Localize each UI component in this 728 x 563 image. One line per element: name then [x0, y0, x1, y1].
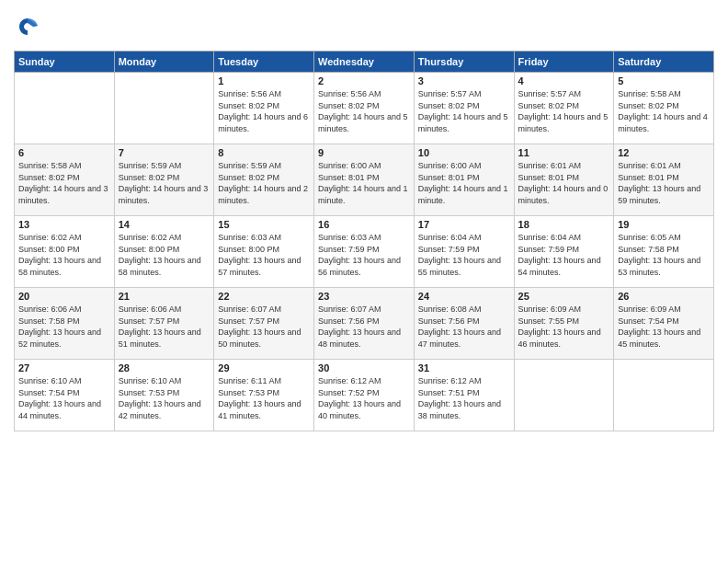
calendar-week-row: 1Sunrise: 5:56 AM Sunset: 8:02 PM Daylig…: [15, 73, 714, 144]
calendar-cell: 3Sunrise: 5:57 AM Sunset: 8:02 PM Daylig…: [414, 73, 514, 144]
day-number: 27: [18, 362, 110, 373]
calendar-cell: 20Sunrise: 6:06 AM Sunset: 7:58 PM Dayli…: [15, 288, 115, 360]
day-number: 29: [218, 362, 310, 373]
calendar-cell: 12Sunrise: 6:01 AM Sunset: 8:01 PM Dayli…: [614, 144, 714, 216]
calendar-cell: 6Sunrise: 5:58 AM Sunset: 8:02 PM Daylig…: [15, 144, 115, 216]
calendar-header-thursday: Thursday: [414, 52, 514, 73]
day-info: Sunrise: 6:01 AM Sunset: 8:01 PM Dayligh…: [618, 160, 710, 206]
day-number: 24: [418, 291, 510, 302]
calendar-cell: 19Sunrise: 6:05 AM Sunset: 7:58 PM Dayli…: [614, 216, 714, 288]
calendar-cell: 8Sunrise: 5:59 AM Sunset: 8:02 PM Daylig…: [214, 144, 314, 216]
day-number: 16: [318, 219, 410, 230]
calendar-cell: [614, 360, 714, 431]
calendar-cell: 17Sunrise: 6:04 AM Sunset: 7:59 PM Dayli…: [414, 216, 514, 288]
day-info: Sunrise: 6:07 AM Sunset: 7:57 PM Dayligh…: [218, 304, 310, 350]
day-number: 15: [218, 219, 310, 230]
calendar-week-row: 20Sunrise: 6:06 AM Sunset: 7:58 PM Dayli…: [15, 288, 714, 360]
day-number: 4: [518, 75, 610, 86]
day-number: 19: [618, 219, 710, 230]
calendar-cell: 14Sunrise: 6:02 AM Sunset: 8:00 PM Dayli…: [114, 216, 214, 288]
calendar-cell: 15Sunrise: 6:03 AM Sunset: 8:00 PM Dayli…: [214, 216, 314, 288]
calendar-cell: 11Sunrise: 6:01 AM Sunset: 8:01 PM Dayli…: [514, 144, 614, 216]
day-number: 1: [218, 75, 310, 86]
day-info: Sunrise: 6:05 AM Sunset: 7:58 PM Dayligh…: [618, 232, 710, 278]
calendar-cell: 18Sunrise: 6:04 AM Sunset: 7:59 PM Dayli…: [514, 216, 614, 288]
calendar-cell: 9Sunrise: 6:00 AM Sunset: 8:01 PM Daylig…: [314, 144, 415, 216]
calendar-week-row: 6Sunrise: 5:58 AM Sunset: 8:02 PM Daylig…: [15, 144, 714, 216]
day-number: 26: [618, 291, 710, 302]
calendar-cell: [114, 73, 214, 144]
day-info: Sunrise: 6:04 AM Sunset: 7:59 PM Dayligh…: [518, 232, 610, 278]
calendar-cell: 29Sunrise: 6:11 AM Sunset: 7:53 PM Dayli…: [214, 360, 314, 431]
calendar-cell: 2Sunrise: 5:56 AM Sunset: 8:02 PM Daylig…: [314, 73, 415, 144]
day-number: 7: [119, 147, 210, 158]
calendar-cell: 10Sunrise: 6:00 AM Sunset: 8:01 PM Dayli…: [414, 144, 514, 216]
calendar-header-friday: Friday: [514, 52, 614, 73]
day-info: Sunrise: 5:59 AM Sunset: 8:02 PM Dayligh…: [218, 160, 310, 206]
day-number: 3: [418, 75, 510, 86]
calendar-cell: 26Sunrise: 6:09 AM Sunset: 7:54 PM Dayli…: [614, 288, 714, 360]
day-info: Sunrise: 5:58 AM Sunset: 8:02 PM Dayligh…: [618, 88, 710, 134]
page: SundayMondayTuesdayWednesdayThursdayFrid…: [0, 0, 728, 563]
calendar-cell: 27Sunrise: 6:10 AM Sunset: 7:54 PM Dayli…: [15, 360, 115, 431]
day-info: Sunrise: 5:59 AM Sunset: 8:02 PM Dayligh…: [119, 160, 210, 206]
day-info: Sunrise: 6:03 AM Sunset: 8:00 PM Dayligh…: [218, 232, 310, 278]
calendar-header-wednesday: Wednesday: [314, 52, 415, 73]
calendar-header-row: SundayMondayTuesdayWednesdayThursdayFrid…: [15, 52, 714, 73]
day-info: Sunrise: 5:57 AM Sunset: 8:02 PM Dayligh…: [518, 88, 610, 134]
calendar-cell: 16Sunrise: 6:03 AM Sunset: 7:59 PM Dayli…: [314, 216, 415, 288]
day-number: 22: [218, 291, 310, 302]
calendar-cell: 30Sunrise: 6:12 AM Sunset: 7:52 PM Dayli…: [314, 360, 415, 431]
logo: [14, 14, 43, 41]
calendar-cell: 24Sunrise: 6:08 AM Sunset: 7:56 PM Dayli…: [414, 288, 514, 360]
day-info: Sunrise: 6:01 AM Sunset: 8:01 PM Dayligh…: [518, 160, 610, 206]
calendar-cell: 1Sunrise: 5:56 AM Sunset: 8:02 PM Daylig…: [214, 73, 314, 144]
calendar-header-tuesday: Tuesday: [214, 52, 314, 73]
calendar-header-saturday: Saturday: [614, 52, 714, 73]
day-info: Sunrise: 5:57 AM Sunset: 8:02 PM Dayligh…: [418, 88, 510, 134]
day-number: 23: [318, 291, 410, 302]
calendar-cell: [15, 73, 115, 144]
calendar-cell: 28Sunrise: 6:10 AM Sunset: 7:53 PM Dayli…: [114, 360, 214, 431]
day-info: Sunrise: 6:08 AM Sunset: 7:56 PM Dayligh…: [418, 304, 510, 350]
day-number: 18: [518, 219, 610, 230]
day-number: 9: [318, 147, 410, 158]
day-number: 14: [119, 219, 210, 230]
day-info: Sunrise: 6:04 AM Sunset: 7:59 PM Dayligh…: [418, 232, 510, 278]
calendar-cell: 25Sunrise: 6:09 AM Sunset: 7:55 PM Dayli…: [514, 288, 614, 360]
day-info: Sunrise: 6:06 AM Sunset: 7:57 PM Dayligh…: [119, 304, 210, 350]
day-number: 21: [119, 291, 210, 302]
day-info: Sunrise: 6:06 AM Sunset: 7:58 PM Dayligh…: [18, 304, 110, 350]
day-number: 30: [318, 362, 410, 373]
day-info: Sunrise: 6:10 AM Sunset: 7:54 PM Dayligh…: [18, 375, 110, 421]
day-number: 11: [518, 147, 610, 158]
day-number: 6: [18, 147, 110, 158]
day-info: Sunrise: 5:56 AM Sunset: 8:02 PM Dayligh…: [218, 88, 310, 134]
day-info: Sunrise: 6:03 AM Sunset: 7:59 PM Dayligh…: [318, 232, 410, 278]
day-number: 10: [418, 147, 510, 158]
logo-icon: [14, 14, 41, 41]
calendar-cell: 22Sunrise: 6:07 AM Sunset: 7:57 PM Dayli…: [214, 288, 314, 360]
day-number: 20: [18, 291, 110, 302]
calendar-table: SundayMondayTuesdayWednesdayThursdayFrid…: [14, 51, 714, 431]
calendar-cell: 7Sunrise: 5:59 AM Sunset: 8:02 PM Daylig…: [114, 144, 214, 216]
calendar-week-row: 13Sunrise: 6:02 AM Sunset: 8:00 PM Dayli…: [15, 216, 714, 288]
calendar-header-monday: Monday: [114, 52, 214, 73]
day-info: Sunrise: 6:02 AM Sunset: 8:00 PM Dayligh…: [119, 232, 210, 278]
day-info: Sunrise: 6:02 AM Sunset: 8:00 PM Dayligh…: [18, 232, 110, 278]
day-number: 8: [218, 147, 310, 158]
day-number: 2: [318, 75, 410, 86]
calendar-cell: 23Sunrise: 6:07 AM Sunset: 7:56 PM Dayli…: [314, 288, 415, 360]
day-number: 25: [518, 291, 610, 302]
calendar-cell: 4Sunrise: 5:57 AM Sunset: 8:02 PM Daylig…: [514, 73, 614, 144]
calendar-cell: 5Sunrise: 5:58 AM Sunset: 8:02 PM Daylig…: [614, 73, 714, 144]
calendar-week-row: 27Sunrise: 6:10 AM Sunset: 7:54 PM Dayli…: [15, 360, 714, 431]
day-info: Sunrise: 6:09 AM Sunset: 7:55 PM Dayligh…: [518, 304, 610, 350]
day-number: 17: [418, 219, 510, 230]
calendar-cell: 21Sunrise: 6:06 AM Sunset: 7:57 PM Dayli…: [114, 288, 214, 360]
day-info: Sunrise: 6:00 AM Sunset: 8:01 PM Dayligh…: [418, 160, 510, 206]
calendar-cell: [514, 360, 614, 431]
day-number: 31: [418, 362, 510, 373]
day-number: 12: [618, 147, 710, 158]
day-info: Sunrise: 6:11 AM Sunset: 7:53 PM Dayligh…: [218, 375, 310, 421]
